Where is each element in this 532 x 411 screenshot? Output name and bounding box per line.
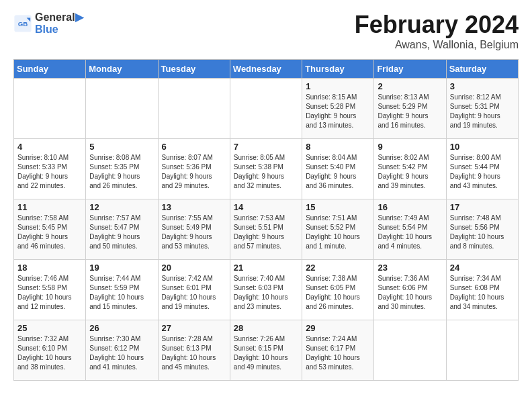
week-row-4: 18Sunrise: 7:46 AM Sunset: 5:58 PM Dayli… — [14, 260, 519, 320]
calendar-cell — [158, 79, 230, 139]
day-info: Sunrise: 8:15 AM Sunset: 5:28 PM Dayligh… — [306, 93, 370, 130]
calendar-cell: 27Sunrise: 7:28 AM Sunset: 6:13 PM Dayli… — [158, 320, 230, 381]
day-number: 12 — [89, 202, 154, 212]
day-number: 16 — [378, 202, 442, 212]
day-number: 10 — [450, 142, 515, 152]
calendar-cell: 20Sunrise: 7:42 AM Sunset: 6:01 PM Dayli… — [158, 260, 230, 320]
day-info: Sunrise: 8:07 AM Sunset: 5:36 PM Dayligh… — [162, 153, 226, 191]
calendar-cell — [230, 79, 302, 139]
day-number: 17 — [450, 202, 515, 212]
day-info: Sunrise: 8:13 AM Sunset: 5:29 PM Dayligh… — [378, 93, 442, 130]
svg-text:GB: GB — [18, 20, 28, 28]
day-number: 22 — [306, 263, 370, 273]
day-number: 4 — [17, 142, 82, 152]
day-info: Sunrise: 7:55 AM Sunset: 5:49 PM Dayligh… — [162, 214, 226, 251]
calendar-cell: 5Sunrise: 8:08 AM Sunset: 5:35 PM Daylig… — [86, 139, 158, 199]
day-number: 24 — [450, 263, 515, 273]
day-info: Sunrise: 7:32 AM Sunset: 6:10 PM Dayligh… — [17, 334, 82, 372]
calendar-cell: 17Sunrise: 7:48 AM Sunset: 5:56 PM Dayli… — [446, 199, 518, 260]
logo-text: General▶ Blue — [35, 11, 83, 36]
weekday-header-wednesday: Wednesday — [230, 60, 302, 79]
day-info: Sunrise: 7:24 AM Sunset: 6:17 PM Dayligh… — [306, 334, 370, 372]
day-number: 25 — [17, 323, 82, 333]
calendar-cell: 12Sunrise: 7:57 AM Sunset: 5:47 PM Dayli… — [86, 199, 158, 260]
location: Awans, Wallonia, Belgium — [355, 39, 519, 51]
calendar-cell: 26Sunrise: 7:30 AM Sunset: 6:12 PM Dayli… — [86, 320, 158, 381]
calendar-cell: 16Sunrise: 7:49 AM Sunset: 5:54 PM Dayli… — [374, 199, 446, 260]
calendar-cell: 10Sunrise: 8:00 AM Sunset: 5:44 PM Dayli… — [446, 139, 518, 199]
day-number: 29 — [306, 323, 370, 333]
calendar-cell: 6Sunrise: 8:07 AM Sunset: 5:36 PM Daylig… — [158, 139, 230, 199]
header-row: SundayMondayTuesdayWednesdayThursdayFrid… — [14, 60, 519, 79]
day-number: 26 — [89, 323, 154, 333]
calendar-cell: 2Sunrise: 8:13 AM Sunset: 5:29 PM Daylig… — [374, 79, 446, 139]
day-info: Sunrise: 8:05 AM Sunset: 5:38 PM Dayligh… — [234, 153, 298, 191]
calendar-cell — [374, 320, 446, 381]
calendar-table: SundayMondayTuesdayWednesdayThursdayFrid… — [13, 59, 519, 381]
header: GB General▶ Blue February 2024 Awans, Wa… — [13, 11, 519, 51]
day-number: 21 — [234, 263, 298, 273]
week-row-2: 4Sunrise: 8:10 AM Sunset: 5:33 PM Daylig… — [14, 139, 519, 199]
calendar-cell: 18Sunrise: 7:46 AM Sunset: 5:58 PM Dayli… — [14, 260, 86, 320]
day-info: Sunrise: 7:58 AM Sunset: 5:45 PM Dayligh… — [17, 214, 82, 251]
calendar-cell: 8Sunrise: 8:04 AM Sunset: 5:40 PM Daylig… — [302, 139, 374, 199]
title-area: February 2024 Awans, Wallonia, Belgium — [355, 11, 519, 51]
weekday-header-tuesday: Tuesday — [158, 60, 230, 79]
weekday-header-saturday: Saturday — [446, 60, 518, 79]
day-number: 3 — [450, 81, 515, 91]
day-info: Sunrise: 7:44 AM Sunset: 5:59 PM Dayligh… — [89, 274, 154, 312]
calendar-cell: 19Sunrise: 7:44 AM Sunset: 5:59 PM Dayli… — [86, 260, 158, 320]
day-info: Sunrise: 7:57 AM Sunset: 5:47 PM Dayligh… — [89, 214, 154, 251]
calendar-cell: 3Sunrise: 8:12 AM Sunset: 5:31 PM Daylig… — [446, 79, 518, 139]
day-info: Sunrise: 8:12 AM Sunset: 5:31 PM Dayligh… — [450, 93, 515, 130]
day-number: 6 — [162, 142, 226, 152]
logo: GB General▶ Blue — [13, 11, 83, 36]
calendar-cell: 11Sunrise: 7:58 AM Sunset: 5:45 PM Dayli… — [14, 199, 86, 260]
day-info: Sunrise: 8:00 AM Sunset: 5:44 PM Dayligh… — [450, 153, 515, 191]
calendar-cell: 25Sunrise: 7:32 AM Sunset: 6:10 PM Dayli… — [14, 320, 86, 381]
calendar-cell: 9Sunrise: 8:02 AM Sunset: 5:42 PM Daylig… — [374, 139, 446, 199]
day-info: Sunrise: 7:28 AM Sunset: 6:13 PM Dayligh… — [162, 334, 226, 372]
day-info: Sunrise: 8:02 AM Sunset: 5:42 PM Dayligh… — [378, 153, 442, 191]
calendar-cell: 22Sunrise: 7:38 AM Sunset: 6:05 PM Dayli… — [302, 260, 374, 320]
week-row-1: 1Sunrise: 8:15 AM Sunset: 5:28 PM Daylig… — [14, 79, 519, 139]
day-number: 11 — [17, 202, 82, 212]
day-number: 20 — [162, 263, 226, 273]
day-number: 14 — [234, 202, 298, 212]
calendar-cell: 4Sunrise: 8:10 AM Sunset: 5:33 PM Daylig… — [14, 139, 86, 199]
day-info: Sunrise: 7:49 AM Sunset: 5:54 PM Dayligh… — [378, 214, 442, 251]
day-number: 7 — [234, 142, 298, 152]
day-number: 2 — [378, 81, 442, 91]
day-number: 9 — [378, 142, 442, 152]
week-row-3: 11Sunrise: 7:58 AM Sunset: 5:45 PM Dayli… — [14, 199, 519, 260]
day-number: 13 — [162, 202, 226, 212]
day-number: 27 — [162, 323, 226, 333]
calendar-cell — [86, 79, 158, 139]
calendar-cell: 24Sunrise: 7:34 AM Sunset: 6:08 PM Dayli… — [446, 260, 518, 320]
logo-icon: GB — [13, 14, 32, 33]
day-info: Sunrise: 7:26 AM Sunset: 6:15 PM Dayligh… — [234, 334, 298, 372]
day-number: 8 — [306, 142, 370, 152]
calendar-cell: 21Sunrise: 7:40 AM Sunset: 6:03 PM Dayli… — [230, 260, 302, 320]
week-row-5: 25Sunrise: 7:32 AM Sunset: 6:10 PM Dayli… — [14, 320, 519, 381]
calendar-cell: 7Sunrise: 8:05 AM Sunset: 5:38 PM Daylig… — [230, 139, 302, 199]
day-number: 18 — [17, 263, 82, 273]
day-info: Sunrise: 7:36 AM Sunset: 6:06 PM Dayligh… — [378, 274, 442, 312]
day-number: 1 — [306, 81, 370, 91]
calendar-cell — [446, 320, 518, 381]
day-number: 28 — [234, 323, 298, 333]
calendar-cell: 23Sunrise: 7:36 AM Sunset: 6:06 PM Dayli… — [374, 260, 446, 320]
day-info: Sunrise: 8:04 AM Sunset: 5:40 PM Dayligh… — [306, 153, 370, 191]
day-number: 15 — [306, 202, 370, 212]
month-year: February 2024 — [355, 11, 519, 39]
day-info: Sunrise: 7:48 AM Sunset: 5:56 PM Dayligh… — [450, 214, 515, 251]
calendar-cell: 14Sunrise: 7:53 AM Sunset: 5:51 PM Dayli… — [230, 199, 302, 260]
calendar-cell: 28Sunrise: 7:26 AM Sunset: 6:15 PM Dayli… — [230, 320, 302, 381]
calendar-cell — [14, 79, 86, 139]
weekday-header-monday: Monday — [86, 60, 158, 79]
weekday-header-sunday: Sunday — [14, 60, 86, 79]
day-info: Sunrise: 7:46 AM Sunset: 5:58 PM Dayligh… — [17, 274, 82, 312]
day-number: 19 — [89, 263, 154, 273]
day-info: Sunrise: 7:40 AM Sunset: 6:03 PM Dayligh… — [234, 274, 298, 312]
day-info: Sunrise: 8:08 AM Sunset: 5:35 PM Dayligh… — [89, 153, 154, 191]
